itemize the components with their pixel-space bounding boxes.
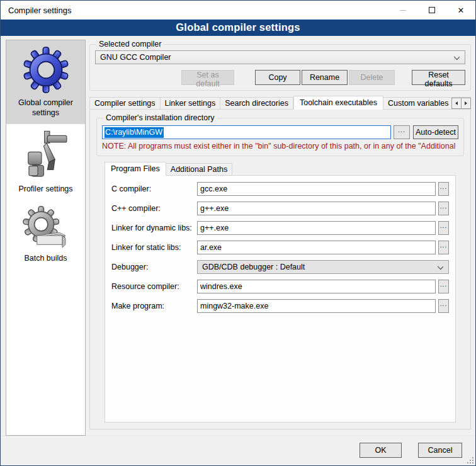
field-label: Debugger:: [111, 263, 197, 271]
settings-category-list: Global compiler settings: [6, 40, 86, 436]
close-icon: ✕: [458, 6, 465, 14]
arrow-right-icon: [465, 101, 467, 105]
field-label: C++ compiler:: [111, 204, 197, 213]
installation-directory-group-label: Compiler's installation directory: [103, 113, 217, 122]
program-files-page: C compiler: ... C++ compiler: ... Linker…: [105, 175, 456, 423]
browse-dynamic-linker-button[interactable]: ...: [438, 221, 449, 235]
debugger-select-value: GDB/CDB debugger : Default: [202, 263, 305, 271]
field-row-static-linker: Linker for static libs: ...: [111, 241, 449, 254]
resize-grip-icon[interactable]: [466, 456, 473, 463]
tab-search-directories[interactable]: Search directories: [220, 97, 293, 110]
sidebar-item-profiler-settings[interactable]: Profiler settings: [6, 124, 85, 200]
field-row-resource-compiler: Resource compiler: ...: [111, 280, 449, 293]
copy-button[interactable]: Copy: [255, 70, 300, 85]
delete-button: Delete: [349, 70, 395, 85]
installation-directory-input[interactable]: C:\raylib\MinGW: [102, 125, 391, 139]
field-label: Linker for dynamic libs:: [111, 224, 197, 232]
field-label: Make program:: [111, 302, 197, 310]
ok-button[interactable]: OK: [360, 443, 402, 458]
sidebar-item-label: Global compiler settings: [18, 98, 73, 117]
auto-detect-button[interactable]: Auto-detect: [413, 125, 458, 139]
tab-program-files[interactable]: Program Files: [105, 162, 166, 176]
selected-compiler-group-label: Selected compiler: [96, 40, 164, 48]
tab-additional-paths[interactable]: Additional Paths: [166, 163, 232, 176]
field-label: Resource compiler:: [111, 282, 197, 291]
installation-directory-group: Compiler's installation directory C:\ray…: [96, 113, 464, 156]
field-row-c-compiler: C compiler: ...: [111, 182, 449, 196]
set-as-default-button: Set as default: [181, 70, 234, 85]
page-title: Global compiler settings: [1, 20, 475, 36]
dialog-footer: OK Cancel: [1, 436, 475, 465]
toolchain-executables-page: Compiler's installation directory C:\ray…: [89, 109, 471, 429]
browse-directory-button[interactable]: ...: [394, 125, 410, 139]
field-row-make-program: Make program: ...: [111, 299, 449, 313]
field-row-cpp-compiler: C++ compiler: ...: [111, 202, 449, 215]
tab-linker-settings[interactable]: Linker settings: [161, 97, 221, 110]
sidebar-item-label: Batch builds: [24, 254, 67, 263]
sidebar-item-global-compiler-settings[interactable]: Global compiler settings: [6, 40, 85, 124]
browse-cpp-compiler-button[interactable]: ...: [438, 202, 449, 215]
compiler-tabs: Compiler settingsLinker settingsSearch d…: [89, 96, 471, 110]
chevron-down-icon: [438, 264, 443, 270]
sidebar-item-label: Profiler settings: [18, 185, 72, 193]
static-linker-input[interactable]: [197, 241, 436, 254]
dynamic-linker-input[interactable]: [197, 221, 436, 235]
debugger-select[interactable]: GDB/CDB debugger : Default: [197, 260, 449, 274]
window-title: Compiler settings: [1, 6, 388, 15]
tab-scroll-left-button[interactable]: [451, 98, 462, 109]
rename-button[interactable]: Rename: [302, 70, 348, 85]
program-tabs: Program FilesAdditional Paths: [105, 162, 465, 176]
browse-resource-compiler-button[interactable]: ...: [438, 280, 449, 293]
tab-scroll-right-button[interactable]: [461, 98, 471, 109]
resource-compiler-input[interactable]: [197, 280, 436, 293]
reset-defaults-button[interactable]: Reset defaults: [412, 70, 465, 85]
browse-c-compiler-button[interactable]: ...: [438, 182, 449, 196]
titlebar: Compiler settings ✕: [1, 1, 475, 20]
tab-toolchain-executables[interactable]: Toolchain executables: [293, 96, 383, 110]
caliper-icon: [22, 130, 70, 180]
blue-gear-icon: [23, 46, 69, 94]
gray-gear-stack-icon: [22, 205, 70, 249]
field-row-dynamic-linker: Linker for dynamic libs: ...: [111, 221, 449, 235]
c-compiler-input[interactable]: [197, 182, 436, 196]
field-row-debugger: Debugger: GDB/CDB debugger : Default: [111, 260, 449, 274]
cancel-button[interactable]: Cancel: [418, 443, 462, 458]
chevron-down-icon: [454, 54, 460, 60]
field-label: C compiler:: [111, 185, 197, 193]
tab-custom-variables[interactable]: Custom variables: [383, 97, 454, 110]
compiler-select[interactable]: GNU GCC Compiler: [95, 50, 465, 64]
selected-compiler-group: Selected compiler GNU GCC Compiler Set a…: [89, 40, 471, 91]
cpp-compiler-input[interactable]: [197, 202, 436, 215]
arrow-left-icon: [455, 101, 458, 105]
close-button[interactable]: ✕: [446, 1, 475, 20]
field-label: Linker for static libs:: [111, 243, 197, 252]
maximize-button[interactable]: [417, 1, 446, 20]
browse-static-linker-button[interactable]: ...: [438, 241, 449, 254]
compiler-select-value: GNU GCC Compiler: [100, 53, 171, 62]
tab-compiler-settings[interactable]: Compiler settings: [89, 97, 161, 110]
note-text: NOTE: All programs must exist either in …: [102, 142, 458, 151]
make-program-input[interactable]: [197, 299, 436, 313]
maximize-icon: [429, 7, 435, 13]
compiler-settings-dialog: Compiler settings ✕ Global compiler sett…: [0, 0, 476, 466]
minimize-button: [388, 1, 417, 20]
minimize-icon: [400, 10, 406, 11]
sidebar-item-batch-builds[interactable]: Batch builds: [6, 200, 85, 269]
installation-directory-value: C:\raylib\MinGW: [105, 127, 164, 138]
browse-make-program-button[interactable]: ...: [438, 299, 449, 313]
